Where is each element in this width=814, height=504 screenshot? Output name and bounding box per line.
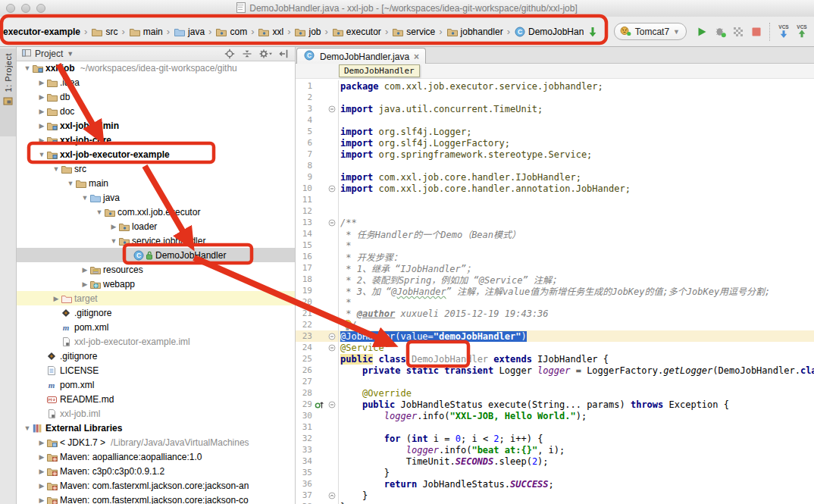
tree-item-xxl-job[interactable]: ▼xxl-job~/workspaces/idea-git-workspace/…: [17, 61, 295, 75]
tree-item-.gitignore[interactable]: .gitignore: [17, 349, 295, 363]
editor-gutter[interactable]: 3: [296, 103, 339, 114]
line-number[interactable]: 10: [296, 183, 312, 193]
tree-collapse-arrow-icon[interactable]: ▼: [23, 64, 32, 72]
tree-expand-arrow-icon[interactable]: ▶: [37, 122, 46, 130]
run-with-coverage-button[interactable]: [729, 22, 747, 42]
editor-gutter[interactable]: 14: [296, 228, 339, 239]
tree-item-xxl-job-core[interactable]: ▶xxl-job-core: [17, 133, 295, 147]
line-number[interactable]: 33: [296, 445, 312, 455]
code-line-31[interactable]: 31: [296, 421, 814, 433]
editor-gutter[interactable]: 17: [296, 262, 339, 274]
line-number[interactable]: 14: [296, 229, 312, 239]
editor-gutter[interactable]: 23: [296, 330, 339, 342]
code-line-3[interactable]: 3import java.util.concurrent.TimeUnit;: [296, 103, 814, 114]
breadcrumb-item-demojobhandler[interactable]: CDemoJobHandler: [514, 27, 584, 37]
line-number[interactable]: 3: [296, 104, 312, 114]
code-fold-icon[interactable]: [327, 219, 337, 227]
close-tab-icon[interactable]: ×: [414, 52, 419, 62]
tree-item-xxl-job.iml[interactable]: xxl-job.iml: [17, 406, 295, 421]
tree-collapse-arrow-icon[interactable]: ▼: [95, 208, 104, 216]
code-line-2[interactable]: 2: [296, 92, 814, 103]
tree-item-loader[interactable]: ▶loader: [17, 219, 295, 233]
tree-item-xxl-job-executor-example[interactable]: ▼xxl-job-executor-example: [17, 147, 295, 161]
tree-collapse-arrow-icon[interactable]: ▼: [23, 424, 32, 432]
tree-item-demojobhandler[interactable]: CDemoJobHandler: [17, 248, 295, 262]
scroll-from-source-icon[interactable]: [241, 49, 253, 59]
line-number[interactable]: 36: [296, 479, 312, 489]
code-line-22[interactable]: 22 */: [296, 319, 814, 330]
editor-gutter[interactable]: 26: [296, 365, 339, 376]
line-number[interactable]: 7: [296, 149, 312, 159]
line-number[interactable]: 27: [296, 377, 312, 387]
editor-gutter[interactable]: 21: [296, 308, 339, 319]
tree-item--jdk1.7-[interactable]: ▶< JDK1.7 >/Library/Java/JavaVirtualMach…: [17, 435, 295, 449]
tree-collapse-arrow-icon[interactable]: ▼: [109, 237, 118, 245]
tree-item-maven-aopalliance-aopalliance-1.0[interactable]: ▶Maven: aopalliance:aopalliance:1.0: [17, 449, 295, 464]
tree-expand-arrow-icon[interactable]: ▶: [37, 453, 46, 461]
editor-gutter[interactable]: 22: [296, 319, 339, 330]
line-number[interactable]: 15: [296, 240, 312, 250]
tree-item-maven-c3p0-c3p0-0.9.1.2[interactable]: ▶Maven: c3p0:c3p0:0.9.1.2: [17, 464, 295, 478]
line-number[interactable]: 25: [296, 354, 312, 364]
editor-gutter[interactable]: 9: [296, 171, 339, 183]
editor-gutter[interactable]: 1: [296, 80, 339, 92]
code-line-11[interactable]: 11: [296, 194, 814, 205]
editor-gutter[interactable]: 28: [296, 387, 339, 399]
code-line-14[interactable]: 14 * 任务Handler的一个Demo（Bean模式）: [296, 228, 814, 239]
tree-collapse-arrow-icon[interactable]: ▼: [52, 165, 61, 173]
tree-item-maven-com.fasterxml.jackson.core-jackson-an[interactable]: ▶Maven: com.fasterxml.jackson.core:jacks…: [17, 478, 295, 493]
line-number[interactable]: 23: [296, 331, 312, 341]
line-number[interactable]: 30: [296, 411, 312, 421]
code-line-13[interactable]: 13/**: [296, 217, 814, 228]
tree-item-license[interactable]: LICENSE: [17, 363, 295, 377]
code-line-1[interactable]: 1package com.xxl.job.executor.service.jo…: [296, 80, 814, 92]
update-running-application-icon[interactable]: [584, 22, 602, 42]
breadcrumb-item-com[interactable]: com: [215, 27, 247, 37]
breadcrumb-item-main[interactable]: main: [129, 27, 163, 37]
line-number[interactable]: 8: [296, 161, 312, 171]
line-number[interactable]: 6: [296, 138, 312, 148]
code-line-9[interactable]: 9import com.xxl.job.core.handler.IJobHan…: [296, 171, 814, 183]
breadcrumb-item-src[interactable]: src: [91, 27, 117, 37]
editor-gutter[interactable]: 10: [296, 183, 339, 194]
editor-gutter[interactable]: 32: [296, 433, 339, 444]
code-line-35[interactable]: 35 }: [296, 467, 814, 478]
code-fold-icon[interactable]: [327, 401, 337, 409]
run-configuration-select[interactable]: Tomcat7 ▼: [614, 23, 687, 40]
code-fold-icon[interactable]: [327, 185, 337, 193]
line-number[interactable]: 34: [296, 456, 312, 466]
line-number[interactable]: 1: [296, 81, 312, 91]
tree-item-pom.xml[interactable]: mpom.xml: [17, 320, 295, 334]
editor-gutter[interactable]: 8: [296, 160, 339, 171]
tree-item-xxl-job-executor-example.iml[interactable]: xxl-job-executor-example.iml: [17, 334, 295, 349]
tree-expand-arrow-icon[interactable]: ▶: [37, 482, 46, 490]
project-panel-title[interactable]: Project: [35, 49, 63, 59]
run-button[interactable]: [693, 22, 711, 42]
code-line-4[interactable]: 4: [296, 114, 814, 126]
editor-gutter[interactable]: 29: [296, 399, 339, 410]
code-line-15[interactable]: 15 *: [296, 239, 814, 251]
tree-expand-arrow-icon[interactable]: ▶: [109, 223, 118, 230]
tree-expand-arrow-icon[interactable]: ▶: [37, 93, 46, 101]
tree-expand-arrow-icon[interactable]: ▶: [37, 496, 46, 504]
tree-expand-arrow-icon[interactable]: ▶: [80, 266, 89, 274]
editor-gutter[interactable]: 19: [296, 285, 339, 296]
editor-gutter[interactable]: 4: [296, 114, 339, 126]
code-line-29[interactable]: 29 public JobHandleStatus execute(String…: [296, 399, 814, 410]
line-number[interactable]: 9: [296, 172, 312, 182]
code-line-28[interactable]: 28 @Override: [296, 387, 814, 399]
code-line-32[interactable]: 32 for (int i = 0; i < 2; i++) {: [296, 433, 814, 444]
tree-item-.gitignore[interactable]: .gitignore: [17, 305, 295, 320]
code-line-27[interactable]: 27: [296, 376, 814, 387]
line-number[interactable]: 18: [296, 274, 312, 284]
locate-icon[interactable]: [224, 49, 236, 59]
tree-collapse-arrow-icon[interactable]: ▼: [80, 194, 89, 202]
editor-gutter[interactable]: 35: [296, 467, 339, 478]
line-number[interactable]: 29: [296, 399, 312, 409]
editor-gutter[interactable]: 7: [296, 149, 339, 160]
line-number[interactable]: 24: [296, 343, 312, 352]
breadcrumb-item-java[interactable]: java: [174, 27, 205, 37]
line-number[interactable]: 13: [296, 218, 312, 227]
code-line-20[interactable]: 20 *: [296, 296, 814, 308]
editor-gutter[interactable]: 38: [296, 501, 339, 504]
